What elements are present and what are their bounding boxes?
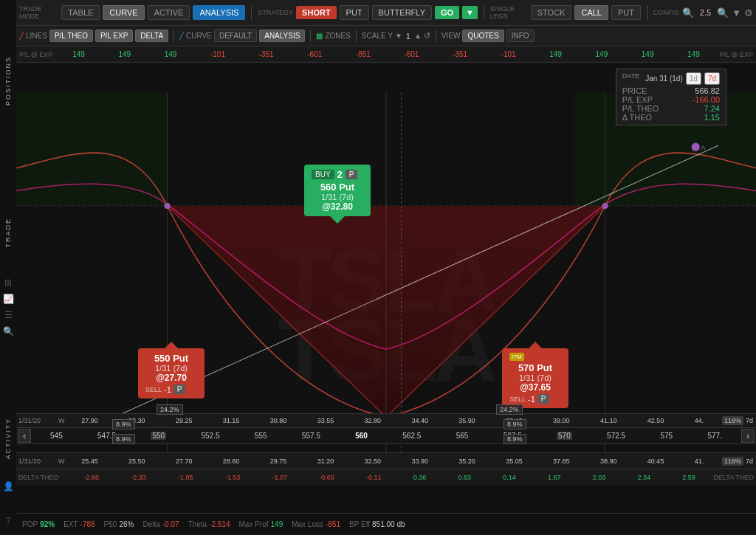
footer-maxloss: Max Loss -851 (292, 520, 340, 528)
p50-value: 26% (119, 520, 134, 528)
strike-4: 555 (255, 432, 267, 440)
zoom-in-icon[interactable]: 🔍 (717, 7, 729, 18)
butterfly-button[interactable]: BUTTERFLY (372, 5, 432, 20)
chart-icon[interactable]: 📈 (0, 291, 17, 307)
question-icon[interactable]: ? (3, 513, 14, 529)
pct-badge-strike-left2: 8.9% (112, 434, 135, 444)
filter-icon[interactable]: ▼ (732, 7, 741, 18)
bot-axis-7: 33.90 (411, 458, 428, 465)
delta-row-label-right: DELTA THEO (711, 474, 756, 481)
stock-button[interactable]: STOCK (531, 5, 572, 20)
delta-values: -2.66 -2.33 -1.95 -1.53 -1.07 -0.60 -0.1… (68, 474, 711, 481)
top-axis-val-10: 39.00 (553, 417, 570, 424)
search-icon2[interactable]: 🔍 (0, 323, 17, 339)
strike-5: 557.5 (302, 432, 320, 440)
top-axis-val-2: 29.25 (176, 417, 193, 424)
delta-2: -1.95 (178, 474, 193, 481)
pl-exp-button[interactable]: P/L EXP (95, 30, 133, 42)
default-button[interactable]: DEFAULT (214, 30, 257, 42)
tab-table[interactable]: TABLE (61, 5, 100, 20)
sell-left-type: P (173, 384, 186, 394)
tab-active[interactable]: ACTIVE (148, 5, 190, 20)
tab-analysis[interactable]: ANALYSIS (193, 5, 245, 20)
buy-label: BUY (312, 170, 334, 179)
buy-name: 560 Put (312, 182, 363, 193)
put2-button[interactable]: PUT (611, 5, 641, 20)
svg-point-14 (602, 203, 608, 209)
toggle-7d-btn[interactable]: 7d (704, 72, 720, 85)
curve-icon: ╱ (179, 32, 184, 40)
pct-badge-top-right: 24.2% (496, 404, 523, 415)
bot-axis-2: 27.70 (176, 458, 193, 465)
gear-icon[interactable]: ⚙ (744, 7, 753, 18)
maxloss-label: Max Loss (292, 520, 323, 528)
go-dropdown[interactable]: ▼ (462, 6, 478, 19)
scale-down-btn[interactable]: ▼ (395, 32, 402, 40)
sell-left-footer: SELL -1 P (145, 384, 197, 394)
sell-right-arrow-top (528, 342, 543, 349)
call-button[interactable]: CALL (574, 5, 608, 20)
grid-icon[interactable]: ⊞ (1, 275, 15, 291)
delta-theo-label: Δ THEO (622, 113, 652, 122)
toggle-1d-btn[interactable]: 1d (686, 72, 701, 85)
put-button[interactable]: PUT (340, 5, 369, 20)
config-label: CONFIG (653, 9, 679, 16)
bottom-axis-scale: 116% (722, 457, 743, 466)
sell-right-bubble[interactable]: ITM 570 Put 1/31 (7d) @37.65 SELL -1 P (502, 342, 568, 408)
top-axis-val-3: 31.15 (223, 417, 240, 424)
buy-expiry: 1/31 (7d) (312, 193, 363, 201)
info-button[interactable]: INFO (506, 30, 535, 42)
analysis-button[interactable]: ANALYSIS (259, 30, 305, 42)
strike-values: 545 547.5 550 552.5 555 557.5 560 562.5 … (32, 432, 739, 440)
sep3 (647, 5, 647, 20)
zones-label: ZONES (325, 32, 350, 40)
sell-left-qty: -1 (164, 385, 171, 394)
pl-values: 149 149 149 -101 -351 -601 -851 -601 -35… (55, 50, 716, 58)
strike-6: 560 (355, 432, 368, 440)
sell-right-footer: SELL -1 P (509, 394, 561, 404)
zoom-out-icon[interactable]: 🔍 (682, 7, 694, 18)
top-axis-val-13: 44. (695, 417, 704, 424)
list-icon[interactable]: ☰ (1, 307, 16, 323)
bpeff-label: BP Eff (349, 520, 370, 528)
pop-label: POP (22, 520, 38, 528)
second-bar: ╱ LINES P/L THEO P/L EXP DELTA ╱ CURVE D… (16, 26, 756, 46)
view-label: VIEW (441, 32, 461, 40)
person-icon[interactable]: 👤 (0, 478, 17, 494)
short-button[interactable]: SHORT (296, 6, 337, 19)
go-button[interactable]: GO (435, 6, 459, 19)
pct-badge-top-left: 24.2% (157, 404, 183, 415)
config-value: 2.5 (697, 7, 714, 18)
footer-theta: Theta -2.514 (188, 520, 230, 528)
sell-right-expiry: 1/31 (7d) (509, 373, 561, 382)
ext-label: EXT (63, 520, 78, 528)
tab-curve[interactable]: CURVE (103, 5, 144, 20)
pl-row: P/L @ EXP 149 149 149 -101 -351 -601 -85… (16, 46, 756, 63)
top-axis-val-5: 33.55 (317, 417, 334, 424)
nav-right-btn[interactable]: › (741, 429, 755, 443)
sell-left-bubble[interactable]: 550 Put 1/31 (7d) @27.70 SELL -1 P (138, 342, 205, 398)
nav-left-btn[interactable]: ‹ (18, 429, 31, 443)
footer-ext: EXT -786 (63, 520, 94, 528)
top-axis-val-8: 35.90 (458, 417, 475, 424)
quotes-button[interactable]: QUOTES (462, 30, 504, 42)
bot-axis-1: 25.50 (128, 458, 145, 465)
positions-label: POSITIONS (4, 52, 12, 110)
scale-up-btn[interactable]: ▲ (414, 32, 422, 40)
sell-right-name: 570 Put (509, 362, 561, 373)
pl-val-0: 149 (71, 50, 86, 58)
top-axis-val-11: 41.10 (600, 417, 617, 424)
price-label: PRICE (622, 86, 647, 95)
bar2-sep2 (310, 30, 311, 42)
single-legs-label: SINGLE LEGS (490, 5, 528, 20)
buy-price: @32.80 (312, 201, 363, 212)
delta-button[interactable]: DELTA (135, 30, 168, 42)
itm-badge: ITM (509, 353, 524, 361)
refresh-button[interactable]: ↺ (424, 31, 430, 41)
theta-label: Theta (188, 520, 207, 528)
buy-bubble[interactable]: BUY 2 P 560 Put 1/31 (7d) @32.80 (304, 165, 371, 224)
scale-y-label: SCALE Y (362, 32, 393, 40)
buy-bubble-header: BUY 2 P (312, 169, 363, 180)
pl-theo-button[interactable]: P/L THEO (49, 30, 93, 42)
delta-0: -2.66 (84, 474, 100, 481)
